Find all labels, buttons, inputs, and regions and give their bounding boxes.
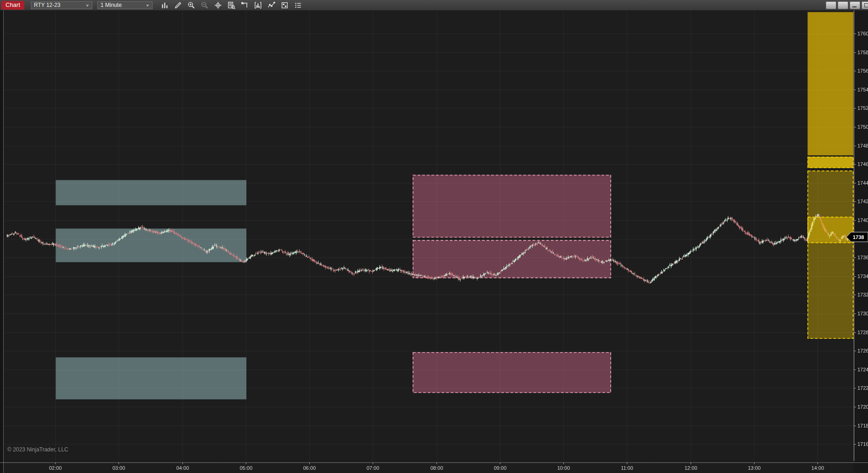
instrument-select[interactable]: RTY 12-23 ∨ — [31, 1, 92, 9]
zoom-out-icon[interactable] — [199, 0, 211, 10]
crosshair-icon[interactable] — [212, 0, 224, 10]
window-button-blank-1[interactable] — [826, 1, 836, 9]
restore-icon — [864, 3, 868, 7]
drawing-line-icon[interactable] — [265, 0, 278, 10]
properties-icon[interactable] — [292, 0, 304, 10]
interval-value: 1 Minute — [101, 2, 122, 8]
instrument-value: RTY 12-23 — [34, 2, 61, 8]
toolbar-tools — [158, 0, 305, 10]
restore-button[interactable] — [862, 1, 868, 9]
minimize-button[interactable] — [850, 1, 860, 9]
window-controls — [824, 1, 868, 9]
chevron-down-icon: ∨ — [85, 3, 89, 7]
strategies-icon[interactable] — [278, 0, 291, 10]
chart-window: { "window": { "title": "Chart", "control… — [0, 0, 868, 473]
chevron-down-icon: ∨ — [146, 3, 149, 7]
pencil-icon[interactable] — [172, 0, 184, 10]
zoom-in-icon[interactable] — [185, 0, 198, 10]
minimize-icon — [852, 6, 857, 7]
titlebar: Chart RTY 12-23 ∨ 1 Minute ∨ — [0, 0, 868, 11]
window-title-badge: Chart — [1, 1, 24, 10]
window-button-blank-2[interactable] — [838, 1, 848, 9]
copyright-watermark: © 2023 NinjaTrader, LLC — [7, 446, 68, 453]
interval-select[interactable]: 1 Minute ∨ — [97, 1, 153, 9]
price-chart-canvas[interactable] — [0, 0, 868, 473]
chart-trader-icon[interactable] — [238, 0, 251, 10]
data-box-icon[interactable] — [225, 0, 238, 10]
candlestick-chart-icon[interactable] — [159, 0, 171, 10]
indicators-icon[interactable] — [252, 0, 264, 10]
